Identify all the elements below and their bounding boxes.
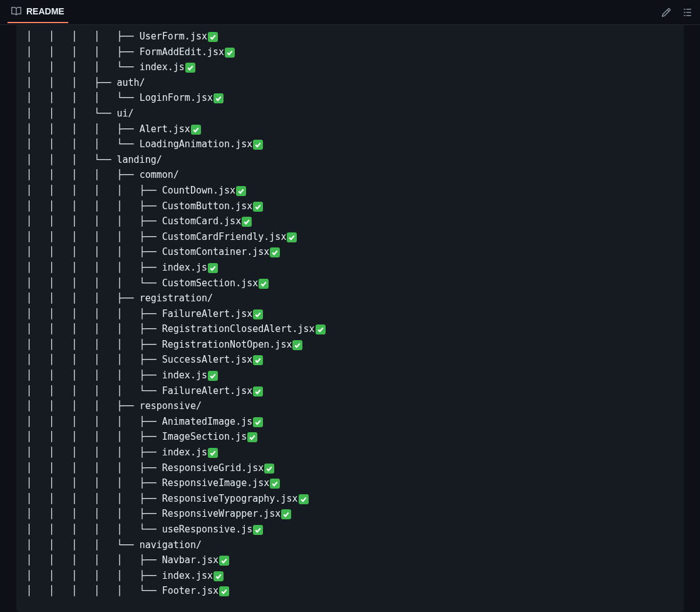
tree-node-name: SuccessAlert.jsx: [162, 354, 253, 365]
check-icon: [208, 371, 218, 381]
tree-prefix: │ │ │ │ └──: [26, 138, 140, 150]
tree-row: │ │ │ │ └── LoginForm.jsx: [26, 90, 674, 106]
tree-node-name: Footer.jsx: [162, 585, 219, 596]
tree-node-name: auth/: [117, 77, 145, 88]
check-icon: [253, 525, 263, 535]
tree-prefix: │ │ │ │ ├──: [26, 400, 140, 412]
tree-row: │ │ │ │ │ ├── index.js: [26, 368, 674, 383]
tree-row: │ │ │ └── landing/: [26, 152, 674, 168]
tree-prefix: │ │ │ │ ├──: [26, 293, 140, 304]
tree-row: │ │ │ │ └── LoadingAnimation.jsx: [26, 137, 674, 152]
tree-row: │ │ │ │ └── navigation/: [26, 537, 674, 553]
tree-row: │ │ │ ├── auth/: [26, 75, 674, 91]
tree-prefix: │ │ │ │ │ └──: [26, 585, 162, 596]
check-icon: [208, 263, 218, 273]
check-icon: [214, 93, 224, 103]
tree-node-name: UserForm.jsx: [140, 31, 207, 42]
tree-row: │ │ │ │ │ ├── RegistrationNotOpen.jsx: [26, 337, 674, 353]
check-icon: [270, 247, 280, 257]
check-icon: [259, 279, 269, 289]
check-icon: [208, 448, 218, 458]
check-icon: [225, 48, 235, 58]
edit-button[interactable]: [661, 8, 671, 18]
tree-prefix: │ │ │ │ └──: [26, 539, 140, 551]
tree-node-name: RegistrationNotOpen.jsx: [162, 339, 292, 350]
tree-node-name: ResponsiveGrid.jsx: [162, 462, 264, 474]
check-icon: [219, 556, 229, 566]
tree-row: │ │ │ │ │ ├── CustomCardFriendly.jsx: [26, 229, 674, 245]
tree-prefix: │ │ │ │ ├──: [26, 123, 140, 135]
tree-row: │ │ │ │ │ ├── RegistrationClosedAlert.js…: [26, 321, 674, 337]
check-icon: [253, 386, 263, 397]
tree-row: │ │ │ │ ├── responsive/: [26, 398, 674, 414]
tree-node-name: FailureAlert.jsx: [162, 385, 253, 397]
check-icon: [253, 417, 263, 427]
tree-node-name: Alert.jsx: [140, 123, 190, 135]
outline-button[interactable]: [682, 8, 692, 18]
check-icon: [191, 125, 201, 135]
tree-row: │ │ │ │ │ ├── SuccessAlert.jsx: [26, 352, 674, 368]
tree-prefix: │ │ │ │ │ ├──: [26, 570, 162, 581]
tree-row: │ │ │ │ │ ├── CustomButton.jsx: [26, 199, 674, 214]
tree-node-name: ResponsiveWrapper.jsx: [162, 508, 281, 519]
book-icon: [11, 6, 21, 16]
tree-row: │ │ │ └── ui/: [26, 106, 674, 122]
file-tree: │ │ │ │ ├── UserForm.jsx│ │ │ │ ├── Form…: [16, 25, 684, 612]
tree-node-name: common/: [140, 169, 179, 180]
tree-prefix: │ │ │ │ ├──: [26, 31, 140, 42]
tree-row: │ │ │ │ │ └── useResponsive.js: [26, 522, 674, 537]
check-icon: [214, 571, 224, 581]
tree-node-name: LoadingAnimation.jsx: [140, 138, 253, 150]
tree-node-name: LoginForm.jsx: [140, 92, 213, 103]
tree-row: │ │ │ │ ├── Alert.jsx: [26, 122, 674, 137]
check-icon: [316, 324, 326, 335]
tree-node-name: FailureAlert.jsx: [162, 308, 253, 319]
tree-prefix: │ │ │ │ │ ├──: [26, 462, 162, 474]
tree-prefix: │ │ │ │ │ ├──: [26, 416, 162, 427]
check-icon: [299, 494, 309, 504]
tree-node-name: landing/: [117, 154, 162, 165]
tree-prefix: │ │ │ │ │ ├──: [26, 215, 162, 227]
tree-prefix: │ │ │ │ │ ├──: [26, 185, 162, 196]
check-icon: [219, 586, 229, 596]
check-icon: [281, 509, 291, 519]
tree-row: │ │ │ │ │ ├── CustomCard.jsx: [26, 214, 674, 229]
tree-row: │ │ │ │ │ ├── ResponsiveTypography.jsx: [26, 491, 674, 507]
tree-node-name: responsive/: [140, 400, 202, 412]
tree-node-name: registration/: [140, 293, 213, 304]
tree-row: │ │ │ │ │ ├── ResponsiveImage.jsx: [26, 475, 674, 491]
tree-row: │ │ │ │ │ ├── FailureAlert.jsx: [26, 306, 674, 322]
tree-node-name: navigation/: [140, 539, 202, 551]
tree-node-name: index.js: [140, 61, 185, 73]
tree-prefix: │ │ │ │ │ ├──: [26, 323, 162, 335]
tree-node-name: Navbar.jsx: [162, 554, 219, 566]
tree-prefix: │ │ │ │ │ ├──: [26, 200, 162, 212]
check-icon: [185, 63, 195, 73]
tree-node-name: CustomButton.jsx: [162, 200, 253, 212]
tree-prefix: │ │ │ └──: [26, 108, 117, 119]
tree-prefix: │ │ │ │ │ ├──: [26, 493, 162, 504]
check-icon: [264, 464, 274, 474]
tree-row: │ │ │ │ │ ├── index.js: [26, 445, 674, 460]
tree-node-name: CustomCardFriendly.jsx: [162, 231, 287, 242]
tree-prefix: │ │ │ │ │ ├──: [26, 370, 162, 381]
tree-row: │ │ │ │ │ ├── CustomContainer.jsx: [26, 244, 674, 260]
tree-prefix: │ │ │ │ │ ├──: [26, 262, 162, 273]
tree-node-name: ResponsiveImage.jsx: [162, 477, 270, 489]
tree-prefix: │ │ │ │ │ ├──: [26, 477, 162, 489]
check-icon: [253, 140, 263, 150]
tree-prefix: │ │ │ │ │ └──: [26, 277, 162, 289]
check-icon: [253, 355, 263, 365]
tree-prefix: │ │ │ │ │ ├──: [26, 447, 162, 458]
tree-prefix: │ │ │ │ │ ├──: [26, 339, 162, 350]
tree-row: │ │ │ │ └── index.js: [26, 60, 674, 75]
tree-row: │ │ │ │ ├── FormAddEdit.jsx: [26, 44, 674, 60]
tree-node-name: CustomSection.jsx: [162, 277, 259, 289]
readme-tab[interactable]: README: [8, 2, 68, 23]
check-icon: [253, 202, 263, 212]
tree-node-name: ResponsiveTypography.jsx: [162, 493, 298, 504]
tree-node-name: CountDown.jsx: [162, 185, 235, 196]
tree-prefix: │ │ │ │ └──: [26, 61, 140, 73]
tree-row: │ │ │ │ │ ├── ResponsiveGrid.jsx: [26, 460, 674, 476]
tree-row: │ │ │ │ ├── UserForm.jsx: [26, 29, 674, 44]
